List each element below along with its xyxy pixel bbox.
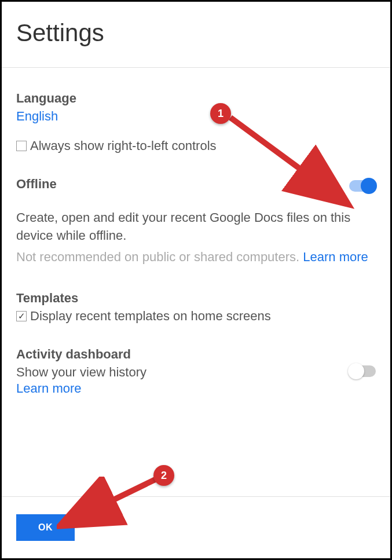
annotation-arrow-2 <box>57 477 161 535</box>
settings-header: Settings <box>2 2 390 68</box>
templates-checkbox[interactable] <box>16 311 27 321</box>
annotation-arrow-1 <box>228 112 361 213</box>
svg-line-1 <box>230 118 340 199</box>
activity-title: Activity dashboard <box>16 347 146 362</box>
page-title: Settings <box>16 19 376 47</box>
annotation-badge-1: 1 <box>210 103 231 124</box>
activity-row: Activity dashboard Show your view histor… <box>16 347 376 396</box>
templates-checkbox-row: Display recent templates on home screens <box>16 309 376 324</box>
activity-section: Activity dashboard Show your view histor… <box>16 347 376 396</box>
offline-note: Not recommended on public or shared comp… <box>16 250 376 265</box>
activity-learn-wrap: Learn more <box>16 381 146 396</box>
templates-title: Templates <box>16 291 376 306</box>
language-value-link[interactable]: English <box>16 109 58 123</box>
activity-learn-more-link[interactable]: Learn more <box>16 381 82 396</box>
rtl-checkbox-label: Always show right-to-left controls <box>30 138 217 153</box>
templates-checkbox-label: Display recent templates on home screens <box>30 309 271 324</box>
rtl-checkbox[interactable] <box>16 141 27 151</box>
offline-note-text: Not recommended on public or shared comp… <box>16 250 303 264</box>
activity-description: Show your view history <box>16 365 146 380</box>
templates-section: Templates Display recent templates on ho… <box>16 291 376 324</box>
offline-description: Create, open and edit your recent Google… <box>16 209 376 245</box>
activity-left: Activity dashboard Show your view histor… <box>16 347 146 396</box>
activity-toggle[interactable] <box>349 365 376 377</box>
annotation-badge-2: 2 <box>153 465 174 486</box>
offline-title: Offline <box>16 177 57 192</box>
svg-line-3 <box>68 480 155 522</box>
language-title: Language <box>16 91 376 106</box>
offline-learn-more-link[interactable]: Learn more <box>303 250 368 264</box>
